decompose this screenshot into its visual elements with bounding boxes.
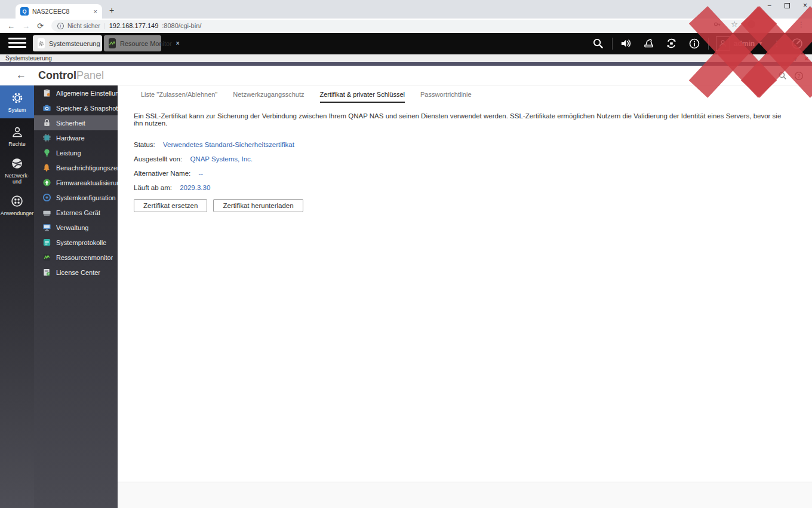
globe-icon [10,157,24,170]
toolbar-separator [612,38,613,50]
window-maximize-icon[interactable] [785,3,790,8]
svg-text:?: ? [798,73,801,79]
monitor-icon [42,223,51,232]
header-actions: ? [778,66,804,85]
control-panel-header: ← ControlPanel ? [0,66,812,85]
lock-icon [42,118,51,128]
info-icon[interactable] [683,38,706,50]
qnap-tab-resource-monitor[interactable]: Resource Monitor × [104,35,161,51]
search-icon[interactable] [778,71,787,80]
search-icon[interactable] [587,38,610,49]
dashboard-gauge-icon[interactable] [786,37,808,50]
qnap-tab-systemsteuerung[interactable]: Systemsteuerung × [33,35,102,51]
close-tab-icon[interactable]: × [176,40,180,47]
row-value: -- [198,170,203,177]
sidebar-item-sicherheit[interactable]: Sicherheit [34,115,118,130]
more-options-icon[interactable]: ⋮ [768,39,786,48]
window-footer [118,482,812,508]
resource-graph-icon [42,253,51,262]
rail-label: Netzwerk-und [5,173,29,185]
tab-netzwerkzugangsschutz[interactable]: Netzwerkzugangsschutz [233,91,304,103]
address-bar-actions: ☆ [713,20,755,29]
page-title: ControlPanel [38,69,104,82]
url-separator: | [104,22,106,29]
download-certificate-button[interactable]: Zertifikat herunterladen [213,199,303,212]
rail-item-system[interactable]: System [0,85,34,118]
address-bar[interactable]: i Nicht sicher | 192.168.177.149 :8080/c… [51,20,750,32]
row-label: Alternativer Name: [134,170,190,177]
ssl-description: Ein SSL-Zertifikat kann zur Sicherung de… [134,112,791,127]
tab-close-icon[interactable]: × [94,8,97,15]
page-title-light: Panel [76,69,104,81]
bookmark-star-icon[interactable]: ☆ [731,20,738,29]
taskbar-window-title[interactable]: Systemsteuerung [5,55,52,62]
url-path: :8080/cgi-bin/ [162,22,201,29]
qnap-toolbar-right: admin ▼ ⋮ [587,33,812,54]
back-icon[interactable]: ← [7,22,15,30]
main-content: Liste "Zulassen/Ablehnen" Netzwerkzugang… [118,85,812,482]
category-rail: System Rechte Netzwerk-und Anwe [0,85,34,508]
refresh-icon[interactable]: ⟳ [37,22,44,30]
new-tab-button[interactable]: + [109,5,114,15]
sidebar-item-ressourcenmonitor[interactable]: Ressourcenmonitor [34,250,118,265]
qnap-tab-label: Systemsteuerung [49,40,100,47]
row-alternativer-name: Alternativer Name: -- [134,170,812,177]
sidebar-item-allgemeine-einstellungen[interactable]: Allgemeine Einstellungen [34,85,118,100]
rail-item-netzwerk[interactable]: Netzwerk-und [0,149,34,187]
sidebar-item-benachrichtigungszentrum[interactable]: Benachrichtigungszentru... [34,160,118,175]
gear-icon [11,91,24,105]
profile-avatar-icon[interactable] [748,20,755,28]
taskbar-controls: − + × [782,54,808,63]
browser-menu-icon[interactable]: ⋮ [798,20,805,29]
browser-titlebar: Q NAS2CEEC8 × + − × [0,0,812,19]
browser-tab[interactable]: Q NAS2CEEC8 × [16,4,102,19]
rail-item-rechte[interactable]: Rechte [0,118,34,149]
rail-label: Rechte [8,141,26,147]
user-icon [11,126,24,139]
favicon-icon: Q [20,7,29,16]
sync-lock-icon[interactable] [660,37,683,50]
row-value: Verwendetes Standard-Sicherheitszertifik… [163,141,294,148]
window-controls: − × [767,1,807,10]
sidebar-item-speicher-snapshots[interactable]: Speicher & Snapshots [34,100,118,115]
window-minimize-icon[interactable]: − [767,1,771,10]
security-status: Nicht sicher [67,22,100,29]
taskbar-minimize-icon[interactable]: − [782,55,786,62]
content-tabs: Liste "Zulassen/Ablehnen" Netzwerkzugang… [118,85,812,103]
help-icon[interactable]: ? [794,71,804,81]
back-icon[interactable]: ← [16,69,26,81]
page-info-icon[interactable]: i [57,23,64,29]
sidebar-item-systemkonfiguration[interactable]: Systemkonfiguration [34,190,118,205]
sidebar-item-systemprotokolle[interactable]: Systemprotokolle [34,235,118,250]
window-taskbar: Systemsteuerung − + × [0,54,812,62]
window-close-icon[interactable]: × [803,1,807,10]
license-icon [42,268,51,277]
replace-certificate-button[interactable]: Zertifikat ersetzen [134,199,207,212]
sidebar-item-firmwareaktualisierung[interactable]: Firmwareaktualisierung [34,175,118,190]
row-laeuft-ab-am: Läuft ab am: 2029.3.30 [134,184,812,191]
rail-label: System [8,107,26,113]
background-tasks-icon[interactable] [638,38,660,50]
resource-monitor-icon [109,38,116,48]
sidebar-item-hardware[interactable]: Hardware [34,130,118,145]
row-label: Ausgestellt von: [134,155,182,163]
user-menu[interactable]: admin ▼ [711,36,768,51]
forward-icon[interactable]: → [22,22,30,30]
certificate-details: Status: Verwendetes Standard-Sicherheits… [134,141,812,191]
sidebar: Allgemeine Einstellungen Speicher & Snap… [34,85,118,508]
tab-liste-zulassen-ablehnen[interactable]: Liste "Zulassen/Ablehnen" [141,91,217,103]
sidebar-item-leistung[interactable]: Leistung [34,145,118,160]
volume-icon[interactable] [615,38,638,49]
rail-item-anwendungen[interactable]: Anwendunger [0,187,34,219]
tab-passwortrichtlinie[interactable]: Passwortrichtlinie [420,91,472,103]
firmware-update-icon [42,178,51,188]
chevron-down-icon: ▼ [758,41,763,46]
sidebar-item-license-center[interactable]: License Center [34,265,118,280]
tab-zertifikat-privater-schluessel[interactable]: Zertifikat & privater Schlüssel [320,91,405,103]
key-icon[interactable] [713,20,721,28]
sidebar-item-verwaltung[interactable]: Verwaltung [34,220,118,235]
sidebar-item-externes-geraet[interactable]: Externes Gerät [34,205,118,220]
camera-icon [42,103,51,113]
main-menu-icon[interactable] [8,38,26,48]
taskbar-close-icon[interactable]: × [805,55,808,62]
